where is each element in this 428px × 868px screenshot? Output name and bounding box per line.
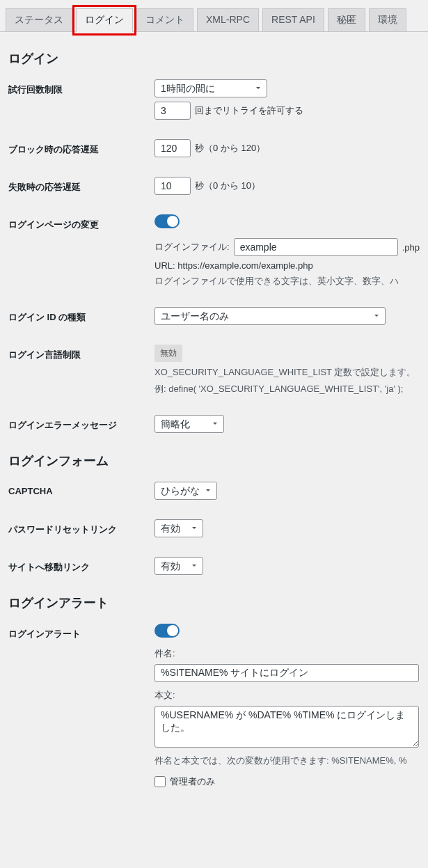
login-file-desc: ログインファイルで使用できる文字は、英小文字、数字、ハ xyxy=(154,275,420,287)
row-fail-delay: 失敗時の応答遅延 秒（0 から 10） xyxy=(8,177,420,195)
tab-login[interactable]: ログイン xyxy=(76,8,133,32)
label-block-delay: ブロック時の応答遅延 xyxy=(8,139,154,156)
row-site-link: サイトへ移動リンク 有効 xyxy=(8,557,420,575)
block-delay-input[interactable] xyxy=(154,139,191,157)
label-login-page: ログインページの変更 xyxy=(8,214,154,231)
row-attempt-limit: 試行回数制限 1時間の間に 回までリトライを許可する xyxy=(8,79,420,120)
admin-only-checkbox[interactable] xyxy=(154,776,166,787)
row-block-delay: ブロック時の応答遅延 秒（0 から 120） xyxy=(8,139,420,157)
login-url-text: URL: https://example.com/example.php xyxy=(154,260,420,271)
tab-restapi[interactable]: REST API xyxy=(262,8,324,31)
section-header-login-alert: ログインアラート xyxy=(8,594,420,611)
tab-bar: ステータス ログイン コメント XML-RPC REST API 秘匿 環境 xyxy=(0,8,428,32)
label-site-link: サイトへ移動リンク xyxy=(8,557,154,574)
section-header-login-form: ログインフォーム xyxy=(8,452,420,469)
login-id-type-select[interactable]: ユーザー名のみ xyxy=(154,307,386,325)
label-attempt-limit: 試行回数制限 xyxy=(8,79,154,96)
row-login-alert: ログインアラート 件名: 本文: 件名と本文では、次の変数が使用できます: %S… xyxy=(8,624,420,788)
login-lang-desc2: 例: define( 'XO_SECURITY_LANGUAGE_WHITE_L… xyxy=(154,383,420,395)
login-file-input[interactable] xyxy=(234,238,398,256)
alert-body-label: 本文: xyxy=(154,689,420,702)
site-link-select[interactable]: 有効 xyxy=(154,557,203,575)
tab-status[interactable]: ステータス xyxy=(6,8,72,31)
label-captcha: CAPTCHA xyxy=(8,482,154,496)
login-page-toggle[interactable] xyxy=(154,214,180,228)
label-pwreset-link: パスワードリセットリンク xyxy=(8,519,154,536)
alert-subject-label: 件名: xyxy=(154,647,420,660)
row-login-error: ログインエラーメッセージ 簡略化 xyxy=(8,415,420,433)
label-login-lang: ログイン言語制限 xyxy=(8,345,154,361)
fail-delay-input[interactable] xyxy=(154,177,191,195)
tab-env[interactable]: 環境 xyxy=(369,8,406,31)
captcha-select[interactable]: ひらがな xyxy=(154,482,217,500)
row-captcha: CAPTCHA ひらがな xyxy=(8,482,420,500)
alert-body-textarea[interactable] xyxy=(154,706,419,748)
attempt-period-select[interactable]: 1時間の間に xyxy=(154,79,267,97)
row-login-page: ログインページの変更 ログインファイル: .php URL: https://e… xyxy=(8,214,420,287)
content-area: ログイン 試行回数制限 1時間の間に 回までリトライを許可する ブロック時の応答… xyxy=(0,32,428,816)
attempt-suffix: 回までリトライを許可する xyxy=(195,104,303,117)
tab-comment[interactable]: コメント xyxy=(136,8,193,31)
login-file-label: ログインファイル: xyxy=(154,241,230,253)
alert-desc: 件名と本文では、次の変数が使用できます: %SITENAME%, % xyxy=(154,755,420,767)
fail-delay-suffix: 秒（0 から 10） xyxy=(195,180,260,192)
row-pwreset-link: パスワードリセットリンク 有効 xyxy=(8,519,420,537)
tab-secret[interactable]: 秘匿 xyxy=(328,8,365,31)
row-login-lang: ログイン言語制限 無効 XO_SECURITY_LANGUAGE_WHITE_L… xyxy=(8,345,420,395)
section-header-login: ログイン xyxy=(8,50,420,67)
admin-only-label: 管理者のみ xyxy=(170,775,215,788)
label-login-error: ログインエラーメッセージ xyxy=(8,415,154,432)
pwreset-link-select[interactable]: 有効 xyxy=(154,519,203,537)
alert-subject-input[interactable] xyxy=(154,664,419,682)
login-file-ext: .php xyxy=(402,242,420,253)
tab-xmlrpc[interactable]: XML-RPC xyxy=(197,8,259,31)
label-login-id-type: ログイン ID の種類 xyxy=(8,307,154,324)
login-lang-desc1: XO_SECURITY_LANGUAGE_WHITE_LIST 定数で設定します… xyxy=(154,366,420,379)
attempt-count-input[interactable] xyxy=(154,102,191,120)
block-delay-suffix: 秒（0 から 120） xyxy=(195,142,265,155)
label-login-alert: ログインアラート xyxy=(8,624,154,640)
login-alert-toggle[interactable] xyxy=(154,624,180,638)
login-lang-badge: 無効 xyxy=(154,345,182,362)
login-error-select[interactable]: 簡略化 xyxy=(154,415,224,433)
row-login-id-type: ログイン ID の種類 ユーザー名のみ xyxy=(8,307,420,325)
label-fail-delay: 失敗時の応答遅延 xyxy=(8,177,154,194)
